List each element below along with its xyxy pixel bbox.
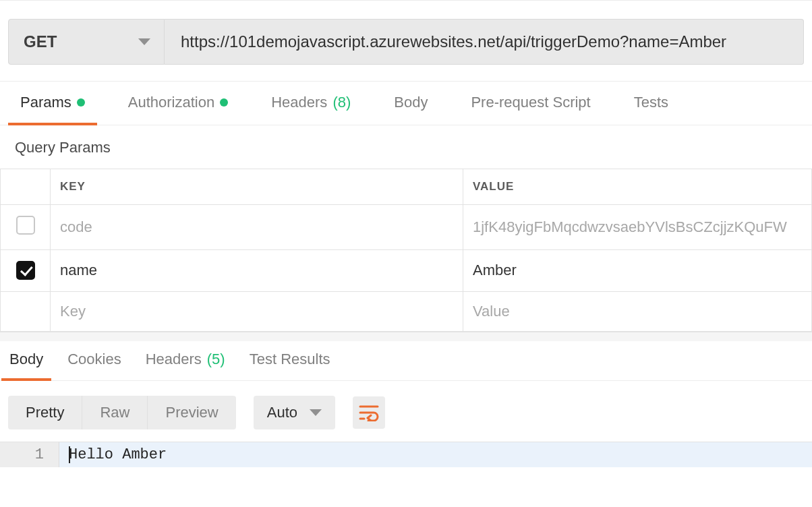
tab-prerequest[interactable]: Pre-request Script	[465, 94, 596, 125]
table-header-checkbox	[1, 169, 51, 205]
request-url-input[interactable]: https://101demojavascript.azurewebsites.…	[165, 19, 804, 65]
word-wrap-button[interactable]	[353, 396, 385, 429]
resp-tab-test-results[interactable]: Test Results	[245, 351, 335, 380]
param-value-placeholder[interactable]: Value	[463, 291, 812, 331]
tab-params-label: Params	[20, 94, 71, 111]
resp-tab-headers[interactable]: Headers (5)	[142, 351, 229, 380]
table-header-value: VALUE	[463, 169, 812, 205]
section-title-query-params: Query Params	[0, 125, 812, 169]
view-pretty-button[interactable]: Pretty	[8, 396, 82, 429]
resp-tab-body-label: Body	[9, 351, 43, 368]
param-row-code: code 1jfK48yigFbMqcdwzvsaebYVlsBsCZcjjzK…	[1, 205, 812, 250]
view-preview-button[interactable]: Preview	[148, 396, 235, 429]
response-divider	[0, 332, 812, 341]
response-text: Hello Amber	[69, 446, 167, 463]
resp-tab-headers-count: (5)	[207, 351, 225, 368]
request-url-text: https://101demojavascript.azurewebsites.…	[181, 32, 726, 51]
tab-tests-label: Tests	[634, 94, 668, 111]
param-checkbox-cell	[1, 291, 51, 331]
tab-headers-label: Headers	[271, 94, 327, 111]
bottom-spacer	[0, 467, 812, 477]
view-mode-segment: Pretty Raw Preview	[8, 396, 236, 429]
param-value-input[interactable]: Amber	[463, 250, 812, 292]
word-wrap-icon	[359, 404, 379, 421]
resp-tab-headers-label: Headers	[146, 351, 202, 368]
tab-tests[interactable]: Tests	[629, 94, 674, 125]
resp-tab-body[interactable]: Body	[5, 351, 47, 380]
param-row-name: name Amber	[1, 250, 812, 292]
response-tabs: Body Cookies Headers (5) Test Results	[0, 341, 812, 381]
response-toolbar: Pretty Raw Preview Auto	[0, 381, 812, 442]
http-method-select[interactable]: GET	[8, 19, 165, 65]
param-key-input[interactable]: name	[51, 250, 463, 292]
response-format-label: Auto	[267, 404, 297, 421]
tab-authorization-label: Authorization	[128, 94, 214, 111]
checkbox-checked[interactable]	[16, 261, 35, 280]
table-header-key: KEY	[51, 169, 463, 205]
tab-headers-count: (8)	[332, 94, 351, 111]
resp-tab-cookies-label: Cookies	[67, 351, 121, 368]
query-params-table: KEY VALUE code 1jfK48yigFbMqcdwzvsaebYVl…	[0, 169, 812, 332]
status-dot-icon	[77, 98, 85, 107]
param-key-input[interactable]: code	[51, 205, 463, 250]
param-checkbox-cell	[1, 205, 51, 250]
top-divider	[0, 0, 812, 5]
tab-params[interactable]: Params	[15, 94, 90, 125]
resp-tab-test-results-label: Test Results	[250, 351, 330, 368]
param-value-input[interactable]: 1jfK48yigFbMqcdwzvsaebYVlsBsCZcjjzKQuFW	[463, 205, 812, 250]
tab-body[interactable]: Body	[388, 94, 433, 125]
param-checkbox-cell	[1, 250, 51, 292]
param-key-placeholder[interactable]: Key	[51, 291, 463, 331]
view-raw-button[interactable]: Raw	[82, 396, 148, 429]
request-tabs: Params Authorization Headers (8) Body Pr…	[0, 81, 812, 125]
tab-authorization[interactable]: Authorization	[123, 94, 233, 125]
response-line-1[interactable]: Hello Amber	[59, 442, 812, 467]
tab-prerequest-label: Pre-request Script	[471, 94, 590, 111]
chevron-down-icon	[310, 409, 322, 416]
param-row-new: Key Value	[1, 291, 812, 331]
tab-body-label: Body	[394, 94, 428, 111]
text-cursor	[69, 446, 70, 463]
tab-headers[interactable]: Headers (8)	[266, 94, 356, 125]
line-number-gutter: 1	[0, 442, 59, 467]
response-format-select[interactable]: Auto	[254, 396, 335, 429]
http-method-label: GET	[24, 32, 57, 51]
table-header-row: KEY VALUE	[1, 169, 812, 205]
resp-tab-cookies[interactable]: Cookies	[63, 351, 125, 380]
chevron-down-icon	[138, 38, 150, 45]
response-body: 1 Hello Amber	[0, 442, 812, 467]
request-url-bar: GET https://101demojavascript.azurewebsi…	[8, 19, 804, 65]
checkbox-unchecked[interactable]	[16, 216, 35, 235]
status-dot-icon	[220, 98, 228, 107]
